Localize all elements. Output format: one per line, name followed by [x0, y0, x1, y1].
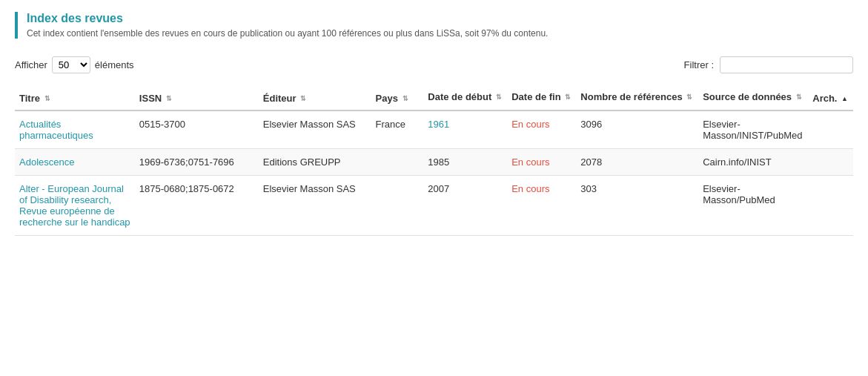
date-fin-link-2[interactable]: En cours — [511, 183, 549, 194]
col-header-date-fin[interactable]: Date de fin ⇅ — [507, 85, 576, 111]
cell-pays-0: France — [371, 111, 424, 149]
cell-issn-2: 1875-0680;1875-0672 — [135, 175, 259, 235]
revues-table: Titre ⇅ ISSN ⇅ Éditeur ⇅ Pays ⇅ Date de … — [15, 85, 853, 236]
col-header-pays[interactable]: Pays ⇅ — [371, 85, 424, 111]
cell-date-fin-2: En cours — [507, 175, 576, 235]
col-header-nombre[interactable]: Nombre de références ⇅ — [576, 85, 698, 111]
cell-date-debut-0: 1961 — [423, 111, 507, 149]
date-fin-link-0[interactable]: En cours — [511, 119, 549, 130]
cell-source-1: Cairn.info/INIST — [698, 148, 808, 175]
controls-row: Afficher 50 25 100 éléments Filtrer : — [15, 56, 853, 73]
elements-label: éléments — [95, 59, 134, 70]
filter-input[interactable] — [720, 56, 853, 73]
cell-titre-1: Adolescence — [15, 148, 135, 175]
cell-date-debut-1: 1985 — [423, 148, 507, 175]
header-section: Index des revues Cet index contient l'en… — [15, 12, 853, 39]
page-subtitle: Cet index contient l'ensemble des revues… — [27, 28, 853, 39]
titre-link-2[interactable]: Alter - European Journal of Disability r… — [19, 183, 130, 228]
page-size-select[interactable]: 50 25 100 — [52, 56, 90, 73]
sort-icon-issn: ⇅ — [166, 95, 172, 102]
cell-issn-1: 1969-6736;0751-7696 — [135, 148, 259, 175]
date-fin-link-1[interactable]: En cours — [511, 156, 549, 168]
cell-nombre-0: 3096 — [576, 111, 698, 149]
page-title: Index des revues — [27, 12, 853, 25]
cell-arch-2 — [808, 175, 853, 235]
sort-icon-date-fin: ⇅ — [565, 93, 571, 102]
col-header-date-debut[interactable]: Date de début ⇅ — [423, 85, 507, 111]
cell-date-debut-2: 2007 — [423, 175, 507, 235]
cell-source-0: Elsevier-Masson/INIST/PubMed — [698, 111, 808, 149]
col-header-source[interactable]: Source de données ⇅ — [698, 85, 808, 111]
cell-editeur-2: Elsevier Masson SAS — [259, 175, 371, 235]
cell-source-2: Elsevier-Masson/PubMed — [698, 175, 808, 235]
sort-icon-editeur: ⇅ — [300, 95, 306, 102]
sort-icon-pays: ⇅ — [402, 95, 408, 102]
sort-icon-source: ⇅ — [796, 93, 802, 102]
cell-titre-0: Actualités pharmaceutiques — [15, 111, 135, 149]
cell-arch-0 — [808, 111, 853, 149]
cell-pays-1 — [371, 148, 424, 175]
filter-label: Filtrer : — [684, 59, 714, 70]
cell-pays-2 — [371, 175, 424, 235]
col-header-editeur[interactable]: Éditeur ⇅ — [259, 85, 371, 111]
filter-controls: Filtrer : — [684, 56, 853, 73]
table-header-row: Titre ⇅ ISSN ⇅ Éditeur ⇅ Pays ⇅ Date de … — [15, 85, 853, 111]
sort-icon-date-debut: ⇅ — [496, 93, 502, 102]
sort-icon-titre: ⇅ — [44, 95, 50, 102]
sort-icon-nombre: ⇅ — [686, 93, 692, 102]
col-header-titre[interactable]: Titre ⇅ — [15, 85, 135, 111]
cell-titre-2: Alter - European Journal of Disability r… — [15, 175, 135, 235]
cell-editeur-1: Editions GREUPP — [259, 148, 371, 175]
show-label: Afficher — [15, 59, 47, 70]
cell-editeur-0: Elsevier Masson SAS — [259, 111, 371, 149]
date-debut-link-0[interactable]: 1961 — [428, 119, 449, 130]
cell-date-fin-0: En cours — [507, 111, 576, 149]
col-header-arch[interactable]: Arch. ▲ — [808, 85, 853, 111]
table-row: Adolescence 1969-6736;0751-7696 Editions… — [15, 148, 853, 175]
table-row: Alter - European Journal of Disability r… — [15, 175, 853, 235]
show-controls: Afficher 50 25 100 éléments — [15, 56, 134, 73]
titre-link-0[interactable]: Actualités pharmaceutiques — [19, 119, 93, 141]
cell-date-fin-1: En cours — [507, 148, 576, 175]
table-row: Actualités pharmaceutiques 0515-3700 Els… — [15, 111, 853, 149]
cell-arch-1 — [808, 148, 853, 175]
page-wrapper: Index des revues Cet index contient l'en… — [0, 0, 868, 376]
cell-issn-0: 0515-3700 — [135, 111, 259, 149]
titre-link-1[interactable]: Adolescence — [19, 156, 74, 168]
col-header-issn[interactable]: ISSN ⇅ — [135, 85, 259, 111]
cell-nombre-2: 303 — [576, 175, 698, 235]
sort-icon-arch: ▲ — [841, 95, 848, 102]
cell-nombre-1: 2078 — [576, 148, 698, 175]
